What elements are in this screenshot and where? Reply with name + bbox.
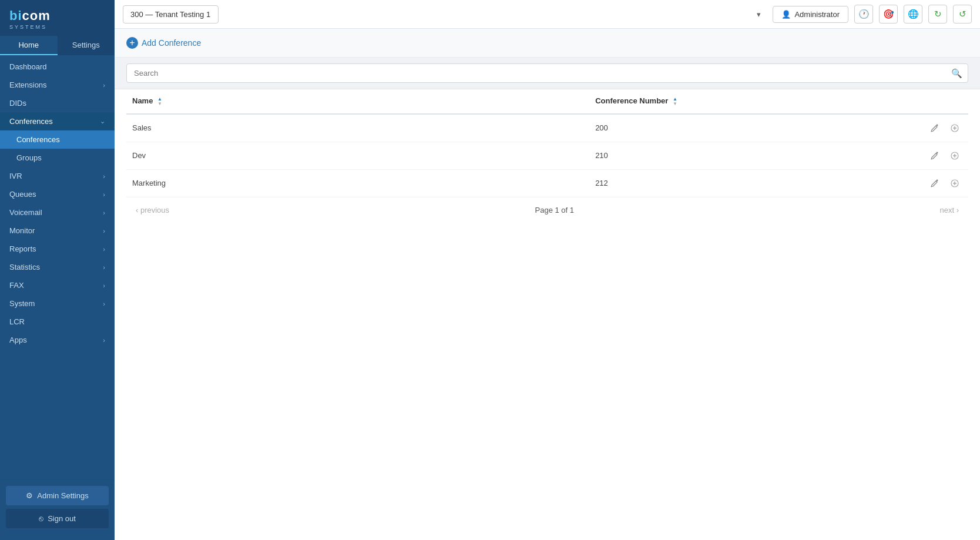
refresh2-icon-button[interactable]: ↺ (953, 5, 972, 24)
sidebar-item-groups[interactable]: Groups (0, 149, 115, 167)
sidebar-item-reports[interactable]: Reports › (0, 240, 115, 258)
tenant-select[interactable]: 300 — Tenant Testing 1 (123, 5, 219, 24)
sidebar-menu: Dashboard Extensions › DIDs Conferences … (0, 55, 115, 479)
column-header-name[interactable]: Name ▲ ▼ (126, 89, 589, 114)
logo: bicom (9, 8, 105, 24)
previous-button[interactable]: ‹ previous (132, 204, 173, 216)
topbar: 300 — Tenant Testing 1 👤 Administrator 🕐… (115, 0, 980, 29)
globe-icon-button[interactable]: 🌐 (904, 5, 922, 24)
content-area: + Add Conference 🔍 Name (115, 29, 980, 540)
sidebar-item-dids[interactable]: DIDs (0, 94, 115, 112)
cell-number: 200 (589, 114, 884, 142)
next-button[interactable]: next › (936, 204, 962, 216)
plus-circle-icon: + (126, 37, 138, 49)
chevron-down-icon: ⌄ (100, 118, 105, 125)
sort-desc-icon: ▼ (673, 102, 677, 106)
table-body: Sales 200 (126, 114, 968, 197)
sidebar-item-monitor[interactable]: Monitor › (0, 222, 115, 240)
chevron-right-icon: › (103, 282, 105, 289)
chevron-right-icon: › (103, 264, 105, 271)
cell-actions (884, 114, 968, 142)
sidebar-item-conferences[interactable]: Conferences (0, 130, 115, 149)
admin-label: Administrator (794, 10, 840, 19)
remove-icon-button[interactable] (947, 176, 962, 191)
sidebar-item-lcr[interactable]: LCR (0, 313, 115, 331)
cell-name: Marketing (126, 169, 589, 197)
administrator-button[interactable]: 👤 Administrator (773, 6, 848, 23)
page-info: Page 1 of 1 (173, 206, 936, 214)
sidebar-item-extensions[interactable]: Extensions › (0, 76, 115, 94)
chevron-right-icon: › (103, 246, 105, 253)
sidebar-item-statistics[interactable]: Statistics › (0, 258, 115, 276)
chevron-right-icon: › (103, 173, 105, 180)
globe-settings-icon-button[interactable]: 🎯 (879, 5, 898, 24)
sidebar-bottom: ⚙ Admin Settings ⎋ Sign out (0, 479, 115, 540)
globe-icon: 🌐 (908, 9, 919, 19)
search-bar: 🔍 (115, 58, 980, 89)
logo-area: bicom SYSTEMS (0, 0, 115, 36)
sidebar-item-fax[interactable]: FAX › (0, 276, 115, 294)
edit-icon-button[interactable] (927, 120, 942, 136)
logo-subtitle: SYSTEMS (9, 24, 105, 30)
chevron-right-icon: › (103, 191, 105, 198)
search-input[interactable] (126, 63, 968, 83)
table-row: Dev 210 (126, 142, 968, 169)
sidebar-item-apps[interactable]: Apps › (0, 331, 115, 349)
gear-icon: ⚙ (26, 491, 33, 500)
search-icon-button[interactable]: 🔍 (951, 68, 962, 79)
sidebar: bicom SYSTEMS Home Settings Dashboard Ex… (0, 0, 115, 540)
admin-settings-button[interactable]: ⚙ Admin Settings (6, 486, 109, 505)
chevron-right-icon: › (103, 227, 105, 234)
cell-name: Sales (126, 114, 589, 142)
cell-name: Dev (126, 142, 589, 169)
search-icon: 🔍 (951, 68, 962, 78)
chevron-right-icon: › (103, 82, 105, 89)
column-header-actions (884, 89, 968, 114)
main-content: 300 — Tenant Testing 1 👤 Administrator 🕐… (115, 0, 980, 540)
sidebar-item-system[interactable]: System › (0, 294, 115, 313)
remove-icon-button[interactable] (947, 148, 962, 163)
sidebar-item-voicemail[interactable]: Voicemail › (0, 203, 115, 222)
cell-actions (884, 142, 968, 169)
chevron-right-icon: › (103, 337, 105, 344)
user-icon: 👤 (781, 10, 791, 19)
signout-icon: ⎋ (39, 514, 43, 523)
tab-home[interactable]: Home (0, 36, 58, 55)
chevron-right-icon: › (103, 209, 105, 216)
edit-icon-button[interactable] (927, 176, 942, 191)
pagination: ‹ previous Page 1 of 1 next › (126, 197, 968, 223)
tenant-select-wrapper: 300 — Tenant Testing 1 (123, 5, 767, 24)
refresh2-icon: ↺ (959, 9, 966, 19)
globe-settings-icon: 🎯 (883, 9, 894, 19)
cell-actions (884, 169, 968, 197)
add-conference-button[interactable]: + Add Conference (126, 37, 201, 49)
sort-desc-icon: ▼ (157, 102, 162, 106)
sidebar-item-ivr[interactable]: IVR › (0, 167, 115, 185)
tab-settings[interactable]: Settings (58, 36, 115, 55)
column-header-number[interactable]: Conference Number ▲ ▼ (589, 89, 884, 114)
refresh-icon: ↻ (934, 9, 942, 19)
search-wrapper: 🔍 (126, 63, 968, 83)
sort-icons-name: ▲ ▼ (157, 97, 162, 106)
chevron-right-icon: › (103, 300, 105, 307)
add-conference-bar: + Add Conference (115, 29, 980, 58)
sign-out-button[interactable]: ⎋ Sign out (6, 509, 109, 528)
add-conference-label: Add Conference (142, 38, 201, 48)
admin-settings-label: Admin Settings (37, 491, 88, 500)
nav-tabs: Home Settings (0, 36, 115, 55)
sidebar-item-queues[interactable]: Queues › (0, 185, 115, 203)
cell-number: 212 (589, 169, 884, 197)
table-row: Marketing 212 (126, 169, 968, 197)
table-row: Sales 200 (126, 114, 968, 142)
sign-out-label: Sign out (48, 514, 76, 523)
table-container: Name ▲ ▼ Conference Number ▲ ▼ (115, 89, 980, 223)
sidebar-item-dashboard[interactable]: Dashboard (0, 58, 115, 76)
remove-icon-button[interactable] (947, 120, 962, 136)
conferences-table: Name ▲ ▼ Conference Number ▲ ▼ (126, 89, 968, 197)
sort-icons-number: ▲ ▼ (673, 97, 677, 106)
edit-icon-button[interactable] (927, 148, 942, 163)
refresh-icon-button[interactable]: ↻ (928, 5, 947, 24)
clock-icon: 🕐 (858, 9, 870, 19)
sidebar-item-conferences-parent[interactable]: Conferences ⌄ (0, 112, 115, 130)
clock-icon-button[interactable]: 🕐 (854, 5, 873, 24)
